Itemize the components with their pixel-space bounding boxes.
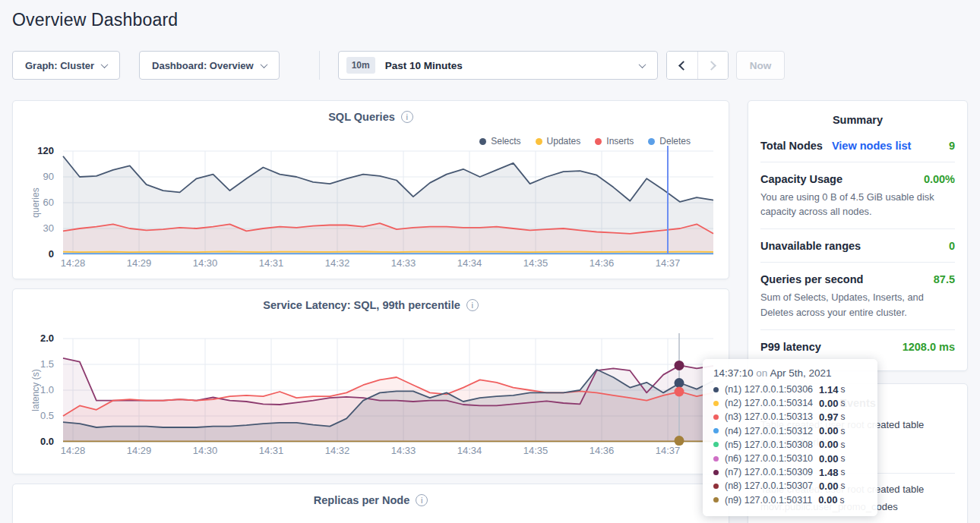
tooltip-node-row: (n5) 127.0.0.1:503080.00s (713, 438, 867, 452)
x-tick-label: 14:34 (447, 257, 492, 269)
x-tick-label: 14:37 (645, 257, 691, 269)
summary-row: P99 latency1208.0 ms (760, 330, 955, 363)
graph-selector-dropdown[interactable]: Graph: Cluster (12, 51, 120, 80)
tooltip-node-rows: (n1) 127.0.0.1:503061.14s(n2) 127.0.0.1:… (713, 383, 867, 507)
node-latency-value: 1.48 (819, 467, 838, 478)
dashboard-controls: Graph: Cluster Dashboard: Overview 10m P… (12, 51, 785, 80)
legend-label: Deletes (659, 136, 691, 147)
node-latency-value: 0.00 (818, 494, 837, 506)
node-series-dot (713, 470, 719, 475)
sql-queries-chart-title: SQL Queries (328, 111, 395, 123)
time-range-badge: 10m (346, 57, 375, 74)
time-range-picker[interactable]: 10m Past 10 Minutes (338, 51, 658, 80)
legend-label: Inserts (606, 136, 634, 147)
legend-item-updates[interactable]: Updates (536, 136, 581, 147)
tooltip-node-row: (n6) 127.0.0.1:503100.00s (713, 452, 867, 465)
x-tick-label: 14:33 (381, 257, 426, 269)
x-tick-label: 14:29 (116, 257, 162, 269)
node-latency-value: 1.14 (819, 384, 838, 395)
x-tick-label: 14:29 (116, 445, 162, 456)
node-latency-value: 0.00 (819, 453, 838, 465)
node-latency-value: 0.97 (819, 411, 838, 423)
tooltip-node-row: (n2) 127.0.0.1:503140.00s (713, 396, 867, 410)
node-series-dot (713, 401, 719, 406)
node-address: (n1) 127.0.0.1:50306 (725, 384, 813, 395)
summary-row: Unavailable ranges0 (760, 229, 955, 263)
summary-row: Queries per second87.5Sum of Selects, Up… (760, 263, 955, 329)
legend-dot (595, 138, 602, 145)
chart-hover-tooltip: 14:37:10 on Apr 5th, 2021 (n1) 127.0.0.1… (703, 359, 877, 516)
tooltip-timestamp: 14:37:10 on Apr 5th, 2021 (713, 367, 867, 379)
node-latency-value: 0.00 (819, 398, 838, 409)
dashboard-selector-dropdown[interactable]: Dashboard: Overview (139, 51, 280, 80)
sql-queries-plot-area[interactable] (63, 151, 713, 254)
legend-item-selects[interactable]: Selects (479, 136, 520, 147)
latency-unit: s (840, 440, 845, 450)
summary-row-description: You are using 0 B of 4.5 GiB usable disk… (760, 190, 955, 219)
legend-label: Updates (547, 136, 581, 147)
summary-row-label: Capacity Usage (760, 173, 842, 185)
legend-item-deletes[interactable]: Deletes (648, 136, 691, 147)
info-icon[interactable] (466, 299, 479, 311)
legend-label: Selects (491, 136, 520, 147)
x-tick-label: 14:28 (50, 257, 96, 269)
latency-unit: s (840, 411, 845, 422)
info-icon[interactable] (416, 494, 428, 506)
node-address: (n2) 127.0.0.1:50314 (725, 398, 813, 408)
chevron-left-icon (678, 61, 688, 71)
graph-selector-label: Graph: Cluster (25, 60, 94, 71)
node-series-dot (713, 497, 719, 503)
view-nodes-list-link[interactable]: View nodes list (832, 140, 912, 152)
node-series-dot (713, 484, 719, 489)
tooltip-node-row: (n4) 127.0.0.1:503120.00s (713, 424, 867, 438)
time-forward-button[interactable] (697, 52, 728, 79)
legend-dot (648, 138, 655, 145)
node-address: (n5) 127.0.0.1:50308 (725, 440, 813, 450)
now-button[interactable]: Now (736, 51, 786, 80)
overview-dashboard-page: Overview Dashboard Graph: Cluster Dashbo… (0, 0, 980, 523)
x-tick-label: 14:35 (513, 445, 558, 456)
node-series-dot (713, 414, 719, 420)
summary-row-label: Unavailable ranges (760, 240, 861, 252)
sql-queries-x-axis: 14:2814:2914:3014:3114:3214:3314:3414:35… (63, 257, 713, 269)
time-back-button[interactable] (667, 52, 697, 79)
latency-unit: s (840, 384, 845, 395)
time-range-label: Past 10 Minutes (385, 60, 463, 71)
controls-divider (319, 51, 320, 80)
service-latency-plot-area[interactable] (63, 339, 713, 442)
summary-title: Summary (748, 101, 967, 126)
service-latency-x-axis: 14:2814:2914:3014:3114:3214:3314:3414:35… (63, 445, 713, 457)
info-icon[interactable] (401, 111, 413, 123)
tooltip-node-row: (n3) 127.0.0.1:503130.97s (713, 410, 867, 424)
x-tick-label: 14:33 (381, 445, 426, 456)
x-tick-label: 14:37 (645, 445, 691, 456)
latency-unit: s (840, 467, 845, 477)
page-title: Overview Dashboard (12, 10, 178, 30)
replicas-per-node-chart-title: Replicas per Node (314, 494, 410, 506)
node-series-dot (713, 442, 719, 447)
node-latency-value: 0.00 (819, 439, 838, 450)
sql-queries-legend: SelectsUpdatesInsertsDeletes (479, 136, 691, 147)
y-tick-label: 2.0 (40, 332, 54, 344)
service-latency-chart-card: Service Latency: SQL, 99th percentile la… (12, 288, 729, 474)
service-latency-chart-title: Service Latency: SQL, 99th percentile (263, 299, 460, 311)
x-tick-label: 14:32 (315, 445, 360, 456)
tooltip-node-row: (n1) 127.0.0.1:503061.14s (713, 383, 867, 396)
legend-item-inserts[interactable]: Inserts (595, 136, 634, 147)
y-tick-label: 120 (37, 145, 54, 156)
summary-row: Capacity Usage0.00%You are using 0 B of … (760, 162, 955, 229)
node-address: (n6) 127.0.0.1:50310 (725, 453, 813, 464)
latency-unit: s (840, 480, 845, 491)
node-address: (n7) 127.0.0.1:50309 (725, 467, 813, 477)
x-tick-label: 14:36 (579, 445, 624, 456)
summary-panel: Summary Total NodesView nodes list9Capac… (748, 100, 968, 371)
y-tick-label: 60 (43, 197, 54, 208)
summary-row-value: 9 (949, 140, 955, 152)
chevron-down-icon (638, 61, 646, 68)
chevron-right-icon (707, 61, 716, 71)
summary-row-label: P99 latency (760, 341, 821, 353)
latency-unit: s (840, 453, 845, 464)
x-tick-label: 14:28 (50, 445, 96, 456)
node-latency-value: 0.00 (819, 480, 838, 492)
summary-row-value: 0 (949, 240, 955, 252)
